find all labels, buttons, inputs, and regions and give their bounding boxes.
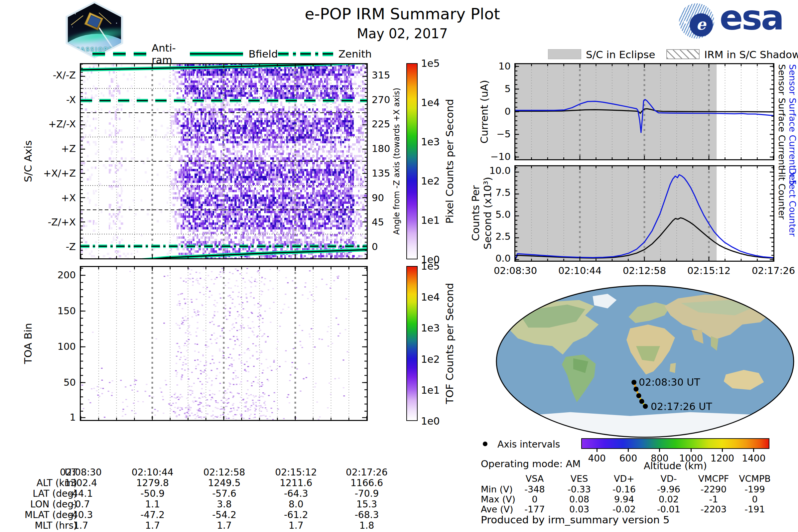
voltage-column-header: VCMPB: [732, 474, 778, 484]
ephemeris-value: 1279.8: [123, 477, 183, 489]
toa-ytick-label: 50: [40, 377, 76, 388]
voltage-value: -177: [511, 504, 558, 514]
world-map: 02:08:30 UT 02:17:26 UT: [495, 285, 795, 438]
current-ytick-label: 5: [472, 83, 511, 94]
spectrogram-panel: [80, 63, 368, 259]
altitude-tick-mark: [659, 449, 660, 452]
spectrogram-row-label: -X: [21, 94, 76, 106]
voltage-value: -0.33: [556, 484, 603, 494]
track-start-label: 02:08:30 UT: [639, 376, 700, 388]
ephemeris-value: -40.3: [51, 509, 111, 520]
ephemeris-value: -44.1: [51, 488, 111, 499]
ephemeris-value: 1.7: [51, 520, 111, 531]
toa-ytick-label: 100: [40, 341, 76, 352]
ephemeris-value: -64.3: [266, 488, 326, 499]
voltage-column-header: VES: [556, 474, 603, 484]
altitude-tick-mark: [722, 449, 723, 452]
world-map-canvas: [495, 285, 795, 438]
spectrogram-row-label: -X/-Z: [21, 70, 76, 81]
angle-tick-label: 90: [372, 192, 402, 204]
voltage-column-header: VMCPF: [690, 474, 737, 484]
overlay-legend-item-bfield: Bfield: [190, 48, 278, 60]
spectrogram-row-label: -Z: [21, 241, 76, 252]
ephemeris-value: 3.8: [194, 499, 254, 510]
tof-colorbar-tick: 1e3: [421, 322, 451, 334]
toa-ytick-label: 1: [40, 412, 76, 423]
angle-tick-label: 0: [372, 241, 402, 252]
time-tick-label: 02:15:12: [677, 265, 740, 276]
ephemeris-value: 8.0: [266, 499, 326, 510]
counts-ytick-label: 0.0: [472, 253, 511, 264]
ephemeris-value: 1166.6: [337, 477, 397, 489]
spectrogram-row-label: +Z/-X: [21, 118, 76, 130]
voltage-value: -1: [690, 494, 737, 505]
ephemeris-value: -70.9: [337, 488, 397, 499]
angle-tick-label: 270: [372, 94, 402, 106]
altitude-colorbar: [581, 438, 770, 449]
ephemeris-value: 02:08:30: [51, 467, 111, 478]
time-tick-label: 02:10:44: [548, 265, 611, 276]
current-ytick-label: 10: [472, 60, 511, 72]
esa-globe-icon: e: [679, 3, 714, 39]
ephemeris-value: 02:15:12: [266, 467, 326, 478]
ephemeris-value: -68.3: [337, 509, 397, 520]
eclipse-legend-label: S/C in Eclipse: [586, 49, 656, 60]
voltage-value: 0: [732, 494, 778, 505]
voltage-value: 0.08: [556, 494, 603, 505]
eclipse-legend-swatch: [548, 49, 581, 59]
counts-ytick-label: 2.5: [472, 231, 511, 242]
ephemeris-value: -61.2: [266, 509, 326, 520]
voltage-value: -2290: [690, 484, 737, 494]
angle-axis-label: Angle from -Z axis (towards +X axis): [392, 88, 401, 235]
current-plot-panel: [514, 63, 774, 160]
spectrogram-row-label: +X/+Z: [21, 168, 76, 179]
esa-logo: e esa: [679, 2, 796, 41]
voltage-value: -348: [511, 484, 558, 494]
counts-ytick-label: 7.5: [472, 187, 511, 198]
overlay-legend: Anti-ramBfieldZenith: [92, 48, 372, 60]
ephemeris-value: 1.1: [123, 499, 183, 510]
page-date: May 02, 2017: [233, 26, 572, 41]
pixel-colorbar-tick: 1e4: [421, 97, 451, 108]
angle-tick-label: 45: [372, 216, 402, 228]
spectrogram-row-label: -Z/+X: [21, 216, 76, 228]
axis-intervals-label: Axis intervals: [497, 439, 560, 450]
voltage-value: 0.02: [645, 494, 692, 505]
pixel-colorbar-tick: 1e2: [421, 175, 451, 187]
tof-colorbar: [406, 266, 418, 421]
ephemeris-value: 1.7: [123, 520, 183, 531]
shadow-legend-label: IRM in S/C Shadow: [704, 49, 798, 60]
tof-colorbar-tick: 1e1: [421, 384, 451, 396]
tof-colorbar-tick: 1e5: [421, 260, 451, 272]
shadow-legend-swatch: [666, 49, 700, 59]
ephemeris-value: 1211.6: [266, 477, 326, 489]
counts-ytick-label: 10.0: [472, 165, 511, 176]
ephemeris-value: 1302.4: [51, 477, 111, 489]
pixel-colorbar-title: Pixel Counts per Second: [443, 99, 456, 224]
summary-plot-page: CASSIOPE e-POP IRM Summary Plot May 02, …: [0, 0, 798, 532]
time-tick-label: 02:17:26: [742, 265, 798, 276]
tof-colorbar-tick: 1e4: [421, 291, 451, 303]
counts-right-label-black: Hit Counter: [777, 168, 787, 220]
voltage-column-header: VSA: [511, 474, 558, 484]
angle-tick-label: 315: [372, 70, 402, 81]
voltage-column-header: VD+: [601, 474, 647, 484]
altitude-tick-mark: [753, 449, 754, 452]
voltage-value: -0.02: [601, 504, 647, 514]
overlay-legend-item-anti-ram: Anti-ram: [92, 42, 190, 66]
ephemeris-value: 1.8: [337, 520, 397, 531]
voltage-value: -2203: [690, 504, 737, 514]
time-tick-label: 02:08:30: [484, 265, 547, 276]
counts-plot-canvas: [515, 166, 773, 261]
produced-by: Produced by irm_summary version 5: [481, 514, 670, 526]
voltage-column-header: VD-: [645, 474, 692, 484]
ephemeris-value: 1249.5: [194, 477, 254, 489]
altitude-tick-label: 1400: [734, 453, 774, 464]
ephemeris-value: -0.7: [51, 499, 111, 510]
counts-ytick-label: 5.0: [472, 209, 511, 220]
ephemeris-value: -57.6: [194, 488, 254, 499]
overlay-legend-label: Anti-ram: [152, 42, 190, 66]
toa-ytick-label: 200: [40, 269, 76, 281]
ephemeris-value: 1.7: [194, 520, 254, 531]
ephemeris-value: -47.2: [123, 509, 183, 520]
